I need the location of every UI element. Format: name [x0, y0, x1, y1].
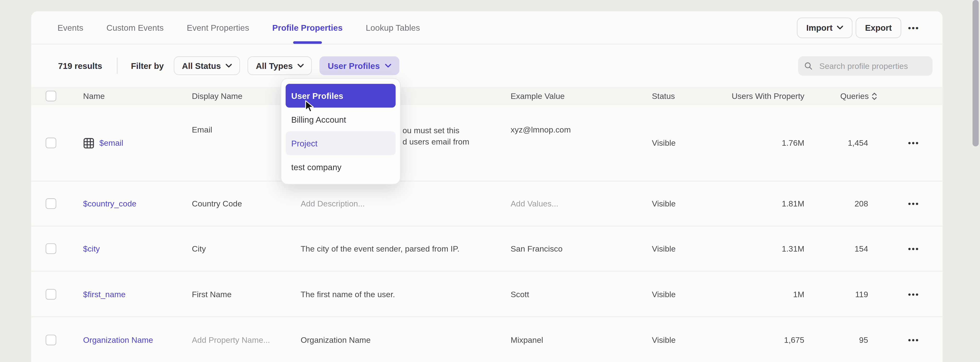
import-button[interactable]: Import [797, 17, 853, 38]
import-button-label: Import [807, 23, 832, 32]
column-header-queries[interactable]: Queries [805, 91, 878, 100]
users-count-cell: 1.31M [718, 244, 805, 253]
more-actions-button[interactable]: ••• [908, 24, 919, 32]
row-actions-button[interactable]: ••• [908, 138, 919, 148]
scrollbar-thumb[interactable] [972, 0, 979, 147]
row-actions-button[interactable]: ••• [908, 335, 919, 345]
search-input[interactable] [818, 60, 926, 71]
search-box[interactable] [798, 56, 932, 75]
queries-count-cell: 154 [854, 244, 878, 253]
divider [116, 57, 117, 74]
dropdown-item-billing-account[interactable]: Billing Account [286, 108, 396, 131]
status-cell[interactable]: Visible [652, 244, 718, 253]
table-row: $email Email ou must set this d users em… [31, 105, 942, 182]
description-fragment-line2: d users email from [402, 136, 511, 148]
tab-profile-properties[interactable]: Profile Properties [272, 11, 342, 44]
lookup-table-grid-icon [83, 137, 94, 148]
queries-count-cell: 95 [859, 335, 878, 345]
property-name-link[interactable]: $first_name [83, 289, 126, 299]
row-actions-button[interactable]: ••• [908, 244, 919, 253]
example-value-cell[interactable]: Add Values... [511, 199, 652, 208]
property-name-link[interactable]: $city [83, 244, 100, 253]
status-cell[interactable]: Visible [652, 199, 718, 208]
dropdown-item-project[interactable]: Project [286, 131, 396, 155]
table-header: Name Display Name Example Value Status U… [31, 87, 942, 105]
column-header-users-with-property: Users With Property [718, 91, 805, 100]
property-name-link[interactable]: $email [99, 138, 123, 148]
chevron-down-icon [385, 64, 391, 68]
column-header-example-value: Example Value [511, 91, 652, 100]
display-name-cell[interactable]: First Name [192, 289, 301, 299]
status-cell[interactable]: Visible [652, 335, 718, 345]
example-value-cell[interactable]: xyz@lmnop.com [511, 105, 652, 134]
sort-icon [871, 92, 878, 100]
screen: Events Custom Events Event Properties Pr… [0, 0, 980, 362]
column-header-name: Name [83, 91, 192, 100]
status-filter-button[interactable]: All Status [174, 56, 240, 75]
tab-bar: Events Custom Events Event Properties Pr… [31, 11, 942, 45]
profile-properties-panel: Events Custom Events Event Properties Pr… [31, 11, 942, 362]
queries-count-cell: 119 [855, 289, 878, 299]
users-count-cell: 1M [718, 289, 805, 299]
dropdown-item-test-company[interactable]: test company [286, 155, 396, 179]
row-checkbox[interactable] [46, 289, 56, 299]
row-actions-button[interactable]: ••• [908, 199, 919, 208]
property-name-link[interactable]: Organization Name [83, 335, 153, 345]
tab-events[interactable]: Events [57, 11, 83, 44]
description-fragment-line1: ou must set this [402, 125, 511, 136]
row-checkbox[interactable] [46, 335, 56, 345]
entity-filter-button[interactable]: User Profiles [320, 56, 399, 75]
results-count: 719 results [58, 61, 102, 70]
users-count-cell: 1.81M [718, 199, 805, 208]
tab-lookup-tables[interactable]: Lookup Tables [366, 11, 420, 44]
entity-type-dropdown: User Profiles Billing Account Project te… [281, 78, 401, 185]
search-icon [805, 61, 813, 70]
toolbar: Import Export ••• [797, 17, 943, 38]
property-name-link[interactable]: $country_code [83, 199, 137, 208]
display-name-cell[interactable]: Add Property Name... [192, 335, 301, 345]
tab-event-properties[interactable]: Event Properties [187, 11, 249, 44]
dropdown-item-user-profiles[interactable]: User Profiles [286, 84, 396, 108]
status-filter-label: All Status [182, 61, 221, 70]
queries-count-cell: 1,454 [848, 138, 878, 148]
users-count-cell: 1.76M [718, 138, 805, 148]
table-row: $city City The city of the event sender,… [31, 226, 942, 271]
mouse-cursor [305, 100, 315, 113]
row-checkbox[interactable] [46, 137, 56, 148]
tab-custom-events[interactable]: Custom Events [107, 11, 164, 44]
status-cell[interactable]: Visible [652, 289, 718, 299]
select-all-checkbox[interactable] [46, 91, 56, 101]
row-checkbox[interactable] [46, 198, 56, 209]
example-value-cell[interactable]: Mixpanel [511, 335, 652, 345]
filter-bar: 719 results Filter by All Status All Typ… [31, 45, 942, 87]
type-filter-button[interactable]: All Types [248, 56, 312, 75]
description-cell[interactable]: Add Description... [301, 199, 511, 208]
filter-by-label: Filter by [131, 61, 164, 70]
users-count-cell: 1,675 [718, 335, 805, 345]
description-cell[interactable]: The first name of the user. [301, 289, 511, 299]
description-cell[interactable]: The city of the event sender, parsed fro… [301, 244, 511, 253]
status-cell[interactable]: Visible [652, 138, 718, 148]
display-name-cell[interactable]: Country Code [192, 199, 301, 208]
export-button[interactable]: Export [856, 17, 901, 38]
table-row: Organization Name Add Property Name... O… [31, 317, 942, 362]
type-filter-label: All Types [256, 61, 293, 70]
chevron-down-icon [837, 26, 843, 30]
display-name-cell[interactable]: City [192, 244, 301, 253]
description-cell[interactable]: Organization Name [301, 335, 511, 345]
queries-count-cell: 208 [854, 199, 878, 208]
chevron-down-icon [226, 64, 232, 68]
row-checkbox[interactable] [46, 243, 56, 254]
row-actions-button[interactable]: ••• [908, 289, 919, 299]
queries-header-label: Queries [840, 91, 869, 100]
entity-filter-label: User Profiles [328, 61, 380, 70]
example-value-cell[interactable]: San Francisco [511, 244, 652, 253]
table-row: $country_code Country Code Add Descripti… [31, 182, 942, 226]
table-row: $first_name First Name The first name of… [31, 271, 942, 317]
example-value-cell[interactable]: Scott [511, 289, 652, 299]
column-header-status: Status [652, 91, 718, 100]
chevron-down-icon [298, 64, 304, 68]
